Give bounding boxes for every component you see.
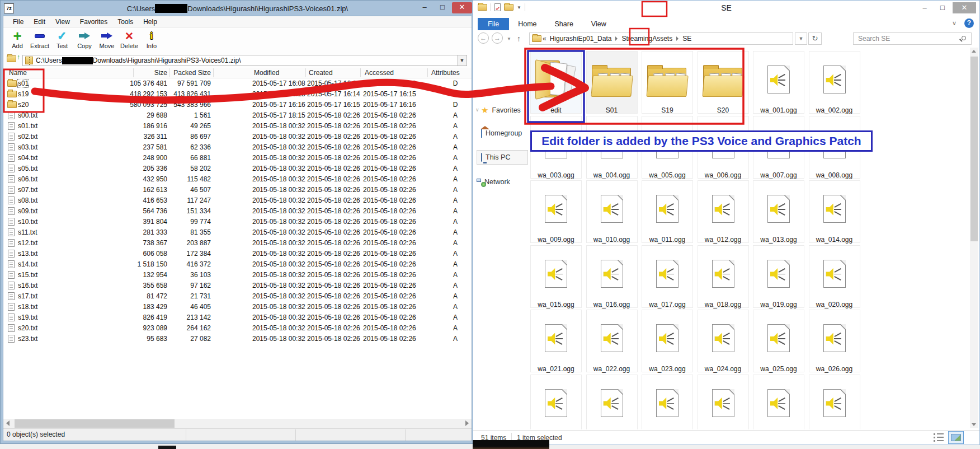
table-row[interactable]: s03.txt237 58162 3362015-05-18 00:322015…: [3, 142, 472, 153]
column-header-size[interactable]: Size: [97, 69, 167, 77]
table-row[interactable]: s05.txt205 33658 2022015-05-18 00:322015…: [3, 163, 472, 174]
scroll-up-icon[interactable]: [972, 50, 976, 53]
folder-tile[interactable]: S01: [586, 51, 638, 114]
file-tile[interactable]: wa_017.ogg: [642, 245, 693, 308]
table-row[interactable]: s18.txt183 42946 4052015-05-18 00:322015…: [3, 302, 472, 312]
file-tile[interactable]: wa_002.ogg: [809, 51, 860, 114]
menu-favorites[interactable]: Favorites: [75, 17, 112, 27]
file-tile[interactable]: [642, 375, 693, 430]
table-row[interactable]: s19.txt826 419213 1422015-05-18 00:32201…: [3, 312, 472, 323]
add-button[interactable]: +Add: [7, 29, 28, 53]
file-tile[interactable]: wa_022.ogg: [586, 310, 638, 372]
column-divider[interactable]: [305, 68, 306, 77]
address-dropdown-icon[interactable]: ▼: [795, 32, 807, 45]
breadcrumb-truncation[interactable]: «: [541, 35, 548, 43]
tab-share[interactable]: Share: [546, 18, 582, 30]
help-icon[interactable]: ?: [964, 18, 974, 28]
breadcrumb-item-higurashiep01_data[interactable]: HigurashiEp01_Data: [548, 35, 614, 43]
breadcrumb[interactable]: « HigurashiEp01_DataStreamingAssetsSE: [529, 32, 793, 45]
vertical-scrollbar[interactable]: [970, 48, 978, 428]
table-row[interactable]: s06.txt432 950115 4822015-05-18 00:32201…: [3, 174, 472, 185]
maximize-button[interactable]: □: [434, 2, 451, 13]
table-row[interactable]: s13.txt606 058172 3842015-05-18 00:32201…: [3, 249, 472, 259]
folder-tile[interactable]: S20: [698, 51, 749, 114]
extract-button[interactable]: Extract: [29, 29, 50, 53]
table-row[interactable]: s16.txt355 65897 1622015-05-18 00:322015…: [3, 280, 472, 291]
explorer-titlebar[interactable]: ▼ SE – □ ✕: [473, 1, 979, 17]
chevron-right-icon[interactable]: [615, 36, 618, 41]
table-row[interactable]: s20580 093 725543 383 9662015-05-17 16:1…: [3, 100, 472, 110]
file-tile[interactable]: wa_020.ogg: [809, 245, 860, 308]
sidebar-item-homegroup[interactable]: Homegroup: [481, 129, 522, 137]
folder-tile[interactable]: edit: [530, 51, 582, 114]
table-row[interactable]: s11.txt281 33381 3552015-05-18 00:322015…: [3, 227, 472, 238]
table-row[interactable]: s02.txt326 31186 6972015-05-18 00:322015…: [3, 132, 472, 142]
file-tile[interactable]: [809, 375, 860, 430]
folder-tile[interactable]: S19: [642, 51, 693, 114]
file-tile[interactable]: wa_015.ogg: [530, 245, 582, 308]
ribbon-collapse-icon[interactable]: ∨: [952, 20, 957, 27]
copy-button[interactable]: Copy: [74, 29, 95, 53]
table-row[interactable]: s12.txt738 367203 8872015-05-18 00:32201…: [3, 238, 472, 249]
table-row[interactable]: s01105 376 48197 591 7092015-05-17 16:08…: [3, 78, 472, 89]
file-tile[interactable]: [586, 375, 638, 430]
sidebar-item-this-pc[interactable]: This PC: [481, 153, 510, 161]
horizontal-scrollbar[interactable]: [3, 419, 472, 428]
menu-tools[interactable]: Tools: [112, 17, 138, 27]
scroll-down-icon[interactable]: [972, 423, 976, 426]
scroll-left-icon[interactable]: [6, 420, 10, 426]
tab-view[interactable]: View: [582, 18, 615, 30]
up-button[interactable]: ↑: [517, 34, 521, 43]
sidebar-item-network[interactable]: Network: [481, 178, 510, 186]
minimize-button[interactable]: –: [416, 2, 433, 13]
table-row[interactable]: s04.txt248 90066 8812015-05-18 00:322015…: [3, 153, 472, 163]
table-row[interactable]: s14.txt1 518 150416 3722015-05-18 00:322…: [3, 259, 472, 270]
back-button[interactable]: ←: [478, 32, 489, 44]
chevron-down-icon[interactable]: ▼: [457, 55, 467, 66]
breadcrumb-item-se[interactable]: SE: [680, 35, 694, 43]
maximize-button[interactable]: □: [935, 2, 950, 13]
file-tile[interactable]: wa_009.ogg: [530, 180, 582, 243]
table-row[interactable]: s23.txt95 68327 0822015-05-18 00:322015-…: [3, 334, 472, 344]
file-tile[interactable]: wa_001.ogg: [753, 51, 804, 114]
file-tile[interactable]: wa_012.ogg: [698, 180, 749, 243]
table-row[interactable]: s01.txt186 91649 2652015-05-18 00:322015…: [3, 121, 472, 132]
table-row[interactable]: s17.txt81 47221 7312015-05-18 00:322015-…: [3, 291, 472, 302]
table-row[interactable]: s09.txt564 736151 3342015-05-18 00:32201…: [3, 206, 472, 217]
table-row[interactable]: s15.txt132 95436 1032015-05-18 00:322015…: [3, 270, 472, 280]
scrollbar-thumb[interactable]: [15, 419, 175, 428]
forward-button[interactable]: →: [492, 32, 503, 44]
move-button[interactable]: Move: [96, 29, 117, 53]
table-row[interactable]: s10.txt391 80499 7742015-05-18 00:322015…: [3, 217, 472, 227]
sidebar-item-favorites[interactable]: ★Favorites: [481, 105, 521, 115]
scroll-right-icon[interactable]: [465, 420, 469, 426]
breadcrumb-item-streamingassets[interactable]: StreamingAssets: [619, 35, 675, 43]
file-tile[interactable]: [698, 375, 749, 430]
test-button[interactable]: ✓Test: [51, 29, 73, 53]
menu-help[interactable]: Help: [138, 17, 162, 27]
column-header-attributes[interactable]: Attributes: [431, 69, 470, 77]
file-tile[interactable]: wa_026.ogg: [809, 310, 860, 372]
file-tile[interactable]: wa_019.ogg: [753, 245, 804, 308]
file-tile[interactable]: [753, 375, 804, 430]
table-row[interactable]: s20.txt923 089264 1622015-05-18 00:32201…: [3, 323, 472, 334]
file-tile[interactable]: wa_013.ogg: [753, 180, 804, 243]
file-tile[interactable]: wa_018.ogg: [698, 245, 749, 308]
menu-edit[interactable]: Edit: [29, 17, 50, 27]
sevenzip-titlebar[interactable]: 7z C:\UsersDownloads\Higurashi\Higurashi…: [1, 1, 474, 16]
chevron-down-icon[interactable]: ∨: [475, 107, 479, 113]
file-tile[interactable]: wa_023.ogg: [642, 310, 693, 372]
chevron-right-icon[interactable]: [676, 36, 679, 41]
file-tile[interactable]: wa_014.ogg: [809, 180, 860, 243]
tab-file[interactable]: File: [478, 18, 509, 30]
menu-file[interactable]: File: [8, 17, 29, 27]
file-tile[interactable]: wa_010.ogg: [586, 180, 638, 243]
column-header-packed-size[interactable]: Packed Size: [160, 69, 211, 77]
column-header-modified[interactable]: Modified: [254, 69, 304, 77]
file-tile[interactable]: wa_024.ogg: [698, 310, 749, 372]
column-divider[interactable]: [213, 68, 214, 77]
column-header-created[interactable]: Created: [309, 69, 354, 77]
column-header-accessed[interactable]: Accessed: [365, 69, 415, 77]
chevron-down-icon[interactable]: ▼: [507, 36, 511, 41]
table-row[interactable]: s19418 292 153413 826 4312015-05-17 16:1…: [3, 89, 472, 100]
